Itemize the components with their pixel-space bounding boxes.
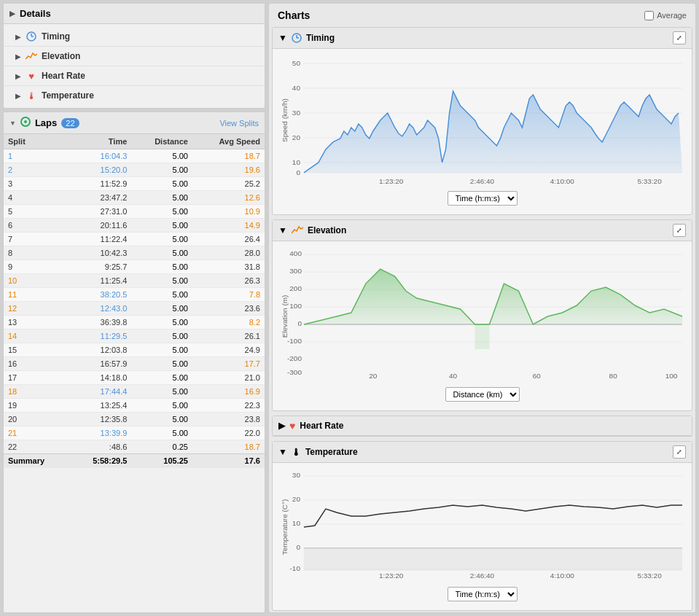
laps-badge: 22 — [61, 118, 79, 128]
cell-split: 19 — [4, 399, 69, 413]
chart-block-elevation: ▼ Elevation ⤢ 400 300 200 100 0 — [272, 219, 692, 411]
svg-text:200: 200 — [289, 284, 302, 292]
detail-item-elevation[interactable]: ▶ Elevation — [4, 47, 265, 66]
charts-header: Charts Average — [272, 7, 692, 24]
cell-split: 2 — [4, 163, 69, 177]
cell-distance: 5.00 — [131, 288, 192, 302]
svg-text:20: 20 — [292, 133, 301, 141]
elevation-chart-area: 400 300 200 100 0 -100 -200 -300 Elevati… — [273, 241, 692, 410]
temperature-arrow: ▶ — [15, 92, 21, 100]
cell-split: 3 — [4, 177, 69, 191]
cell-split: 10 — [4, 274, 69, 288]
svg-point-4 — [24, 120, 27, 123]
detail-item-temperature[interactable]: ▶ 🌡 Temperature — [4, 86, 265, 105]
cell-split: 18 — [4, 385, 69, 399]
svg-text:1:23:20: 1:23:20 — [379, 572, 404, 580]
svg-text:4:10:00: 4:10:00 — [550, 572, 575, 580]
detail-item-timing[interactable]: ▶ Timing — [4, 27, 265, 47]
svg-text:0: 0 — [297, 319, 302, 327]
cell-avgspeed: 22.3 — [192, 399, 265, 413]
cell-avgspeed: 10.9 — [192, 205, 265, 219]
table-row: 14 11:29.5 5.00 26.1 — [4, 330, 265, 343]
cell-avgspeed: 7.8 — [192, 288, 265, 302]
svg-rect-57 — [304, 548, 682, 571]
cell-time: 11:25.4 — [69, 274, 131, 288]
svg-text:-100: -100 — [287, 337, 302, 345]
cell-distance: 5.00 — [131, 316, 192, 330]
elevation-axis-dropdown[interactable]: Distance (km) — [445, 387, 520, 402]
table-row: 22 :48.6 0.25 18.7 — [4, 440, 265, 454]
cell-distance: 5.00 — [131, 385, 192, 399]
details-items: ▶ Timing ▶ Elevation ▶ ♥ Heart Rate ▶ — [4, 24, 265, 108]
cell-distance: 5.00 — [131, 246, 192, 260]
cell-distance: 5.00 — [131, 233, 192, 246]
table-row: 4 23:47.2 5.00 12.6 — [4, 191, 265, 205]
timing-axis-dropdown[interactable]: Time (h:m:s) — [448, 191, 518, 206]
temperature-chart-icon: 🌡 — [292, 447, 301, 458]
cell-avgspeed: 23.6 — [192, 302, 265, 316]
timing-icon — [26, 31, 37, 42]
cell-split: 5 — [4, 205, 69, 219]
cell-distance: 5.00 — [131, 426, 192, 440]
elevation-icon — [26, 50, 37, 62]
laps-header-left: ▼ Laps 22 — [9, 117, 79, 129]
cell-distance: 5.00 — [131, 302, 192, 316]
temperature-chart-header[interactable]: ▼ 🌡 Temperature ⤢ — [273, 442, 692, 463]
cell-distance: 5.00 — [131, 149, 192, 163]
heartrate-chart-title-container: ▶ ♥ Heart Rate — [278, 420, 343, 432]
table-row: 13 36:39.8 5.00 8.2 — [4, 316, 265, 330]
svg-text:5:33:20: 5:33:20 — [637, 572, 662, 580]
timing-chart-header[interactable]: ▼ Timing ⤢ — [273, 28, 692, 49]
average-checkbox-container[interactable]: Average — [644, 11, 687, 20]
elevation-expand-btn[interactable]: ⤢ — [673, 224, 686, 237]
temperature-expand-btn[interactable]: ⤢ — [673, 445, 686, 459]
svg-text:40: 40 — [449, 372, 458, 380]
cell-time: 38:20.5 — [69, 288, 131, 302]
heartrate-label: Heart Rate — [42, 71, 85, 81]
svg-text:40: 40 — [292, 84, 301, 92]
svg-text:0: 0 — [296, 168, 300, 176]
table-row: 11 38:20.5 5.00 7.8 — [4, 288, 265, 302]
average-checkbox[interactable] — [644, 11, 654, 20]
heartrate-chart-header[interactable]: ▶ ♥ Heart Rate — [273, 416, 692, 436]
cell-avgspeed: 31.8 — [192, 260, 265, 274]
temperature-chart-title: Temperature — [305, 447, 358, 457]
cell-avgspeed: 18.7 — [192, 149, 265, 163]
svg-text:Temperature (C°): Temperature (C°) — [281, 499, 289, 555]
elevation-label: Elevation — [42, 51, 80, 61]
cell-avgspeed: 22.0 — [192, 426, 265, 440]
table-row: 7 11:22.4 5.00 26.4 — [4, 233, 265, 246]
cell-avgspeed: 26.3 — [192, 274, 265, 288]
heartrate-collapse-arrow: ▶ — [278, 421, 285, 431]
table-header-row: Split Time Distance Avg Speed — [4, 134, 265, 149]
temperature-chart-area: 30 20 10 0 -10 Temperature (C°) 1:23:20 — [273, 463, 692, 610]
cell-time: 11:22.4 — [69, 233, 131, 246]
cell-split: 8 — [4, 246, 69, 260]
col-distance: Distance — [131, 134, 192, 149]
temperature-axis-dropdown[interactable]: Time (h:m:s) — [448, 587, 518, 601]
cell-time: 10:42.3 — [69, 246, 131, 260]
summary-avgspeed: 17.6 — [192, 454, 265, 468]
svg-text:30: 30 — [292, 109, 301, 117]
summary-row: Summary 5:58:29.5 105.25 17.6 — [4, 454, 265, 468]
timing-expand-btn[interactable]: ⤢ — [673, 31, 686, 44]
right-panel: Charts Average ▼ Timing ⤢ 50 40 30 20 10… — [268, 3, 696, 613]
temperature-collapse-arrow: ▼ — [278, 447, 287, 457]
detail-item-heartrate[interactable]: ▶ ♥ Heart Rate — [4, 66, 265, 86]
cell-split: 22 — [4, 440, 69, 454]
cell-split: 11 — [4, 288, 69, 302]
col-time: Time — [69, 134, 131, 149]
elevation-arrow: ▶ — [15, 52, 21, 61]
table-row: 5 27:31.0 5.00 10.9 — [4, 205, 265, 219]
laps-table: Split Time Distance Avg Speed 1 16:04.3 … — [4, 134, 265, 468]
cell-time: :48.6 — [69, 440, 131, 454]
cell-time: 12:03.8 — [69, 343, 131, 357]
svg-text:-300: -300 — [287, 368, 302, 376]
elevation-chart-header[interactable]: ▼ Elevation ⤢ — [273, 220, 692, 241]
cell-time: 13:25.4 — [69, 399, 131, 413]
view-splits-link[interactable]: View Splits — [219, 119, 259, 128]
details-header[interactable]: ▶ Details — [4, 4, 265, 24]
laps-arrow[interactable]: ▼ — [9, 120, 16, 127]
temperature-chart-title-container: ▼ 🌡 Temperature — [278, 447, 358, 458]
col-split: Split — [4, 134, 69, 149]
